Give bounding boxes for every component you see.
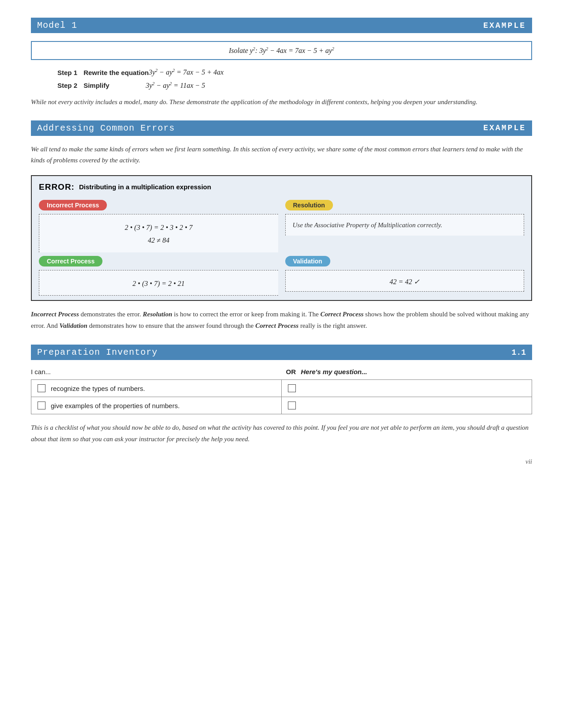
step2-equation: 3y2 − ay2 = 11ax − 5 <box>146 81 205 90</box>
checklist-item-2: give examples of the properties of numbe… <box>51 402 180 409</box>
resolution-cell: Use the Associative Property of Multipli… <box>285 214 525 236</box>
isolate-box: Isolate y2: 3y2 − 4ax = 7ax − 5 + ay2 <box>31 41 532 60</box>
checkbox-1-right[interactable] <box>288 384 296 392</box>
incorrect-header-cell: Incorrect Process 2 • (3 • 7) = 2 • 3 • … <box>39 198 282 252</box>
step2-row: Step 2 Simplify 3y2 − ay2 = 11ax − 5 <box>31 81 532 90</box>
model1-section: Model 1 EXAMPLE Isolate y2: 3y2 − 4ax = … <box>31 18 532 107</box>
prep-note: This is a checklist of what you should n… <box>31 422 532 445</box>
prep-column-headers: I can... OR Here's my question... <box>31 368 532 376</box>
validation-header-cell: Validation 42 = 42 ✓ <box>282 252 525 296</box>
prep-header: Preparation Inventory 1.1 <box>31 345 532 360</box>
ace-header: Addressing Common Errors EXAMPLE <box>31 120 532 136</box>
checklist-table: recognize the types of numbers. give exa… <box>31 379 532 414</box>
validation-eq: 42 = 42 ✓ <box>293 278 517 286</box>
checklist-item-1: recognize the types of numbers. <box>51 385 145 392</box>
prep-number: 1.1 <box>512 348 526 357</box>
prep-section: Preparation Inventory 1.1 I can... OR He… <box>31 345 532 445</box>
checklist-left-1: recognize the types of numbers. <box>31 380 282 397</box>
resolution-badge: Resolution <box>285 200 333 210</box>
checkbox-2-right[interactable] <box>288 402 296 409</box>
incorrect-badge: Incorrect Process <box>39 200 107 210</box>
validation-cell: 42 = 42 ✓ <box>285 270 525 292</box>
ace-section: Addressing Common Errors EXAMPLE We all … <box>31 120 532 331</box>
checkbox-2[interactable] <box>38 402 45 409</box>
or-label: OR <box>286 368 296 375</box>
i-can-label: I can... <box>31 368 51 375</box>
ace-title: Addressing Common Errors <box>37 123 175 133</box>
correct-process-cell: 2 • (3 • 7) = 2 • 21 <box>39 270 278 296</box>
page-footer: vii <box>31 458 532 465</box>
prep-title: Preparation Inventory <box>37 347 158 357</box>
step1-label: Step 1 Rewrite the equation <box>31 69 149 76</box>
ace-tag: EXAMPLE <box>483 124 526 132</box>
step1-equation: 3y2 − ay2 = 7ax − 5 + 4ax <box>149 68 224 76</box>
model-note: While not every activity includes a mode… <box>31 97 532 107</box>
correct-badge: Correct Process <box>39 256 102 266</box>
error-description: Distributing in a multiplication express… <box>79 183 211 191</box>
step2-label: Step 2 Simplify <box>31 82 146 89</box>
incorrect-eq: 2 • (3 • 7) = 2 • 3 • 2 • 7 42 ≠ 84 <box>46 221 271 247</box>
checklist-right-2 <box>282 397 532 414</box>
my-question-label: Here's my question... <box>301 368 367 375</box>
checklist-row-1: recognize the types of numbers. <box>31 379 532 397</box>
error-label: ERROR: <box>39 182 75 192</box>
checkbox-1[interactable] <box>38 384 45 392</box>
error-title-row: ERROR: Distributing in a multiplication … <box>39 182 524 192</box>
checklist-row-2: give examples of the properties of numbe… <box>31 397 532 414</box>
resolution-text: Use the Associative Property of Multipli… <box>293 220 517 230</box>
page-number: vii <box>525 458 532 465</box>
model1-tag: EXAMPLE <box>483 21 526 30</box>
correct-header-cell: Correct Process 2 • (3 • 7) = 2 • 21 <box>39 252 282 296</box>
error-box: ERROR: Distributing in a multiplication … <box>31 175 532 301</box>
model1-title: Model 1 <box>37 20 77 30</box>
validation-badge: Validation <box>285 256 330 266</box>
step1-row: Step 1 Rewrite the equation 3y2 − ay2 = … <box>31 68 532 76</box>
checklist-right-1 <box>282 380 532 397</box>
error-grid: Incorrect Process 2 • (3 • 7) = 2 • 3 • … <box>39 198 524 296</box>
checklist-left-2: give examples of the properties of numbe… <box>31 397 282 414</box>
steps-table: Step 1 Rewrite the equation 3y2 − ay2 = … <box>31 68 532 90</box>
resolution-header-cell: Resolution Use the Associative Property … <box>282 198 525 252</box>
incorrect-process-cell: 2 • (3 • 7) = 2 • 3 • 2 • 7 42 ≠ 84 <box>39 214 278 252</box>
error-explanation: Incorrect Process demonstrates the error… <box>31 309 532 331</box>
prep-right-header: OR Here's my question... <box>286 368 533 376</box>
model1-header: Model 1 EXAMPLE <box>31 18 532 33</box>
ace-intro: We all tend to make the same kinds of er… <box>31 144 532 166</box>
correct-eq: 2 • (3 • 7) = 2 • 21 <box>46 278 271 290</box>
isolate-equation: Isolate y2: 3y2 − 4ax = 7ax − 5 + ay2 <box>229 46 334 55</box>
prep-left-header: I can... <box>31 368 286 376</box>
